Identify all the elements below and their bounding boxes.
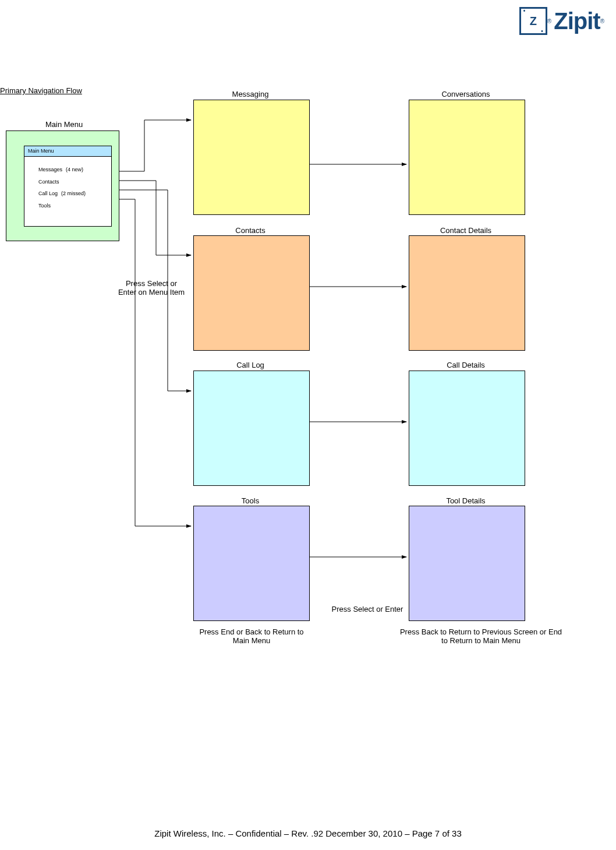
- screen-conversations: [409, 100, 525, 215]
- screen-call-log: [193, 371, 310, 486]
- menu-item-messages: Messages(4 new): [38, 164, 111, 176]
- screen-label-conversations: Conversations: [408, 90, 524, 98]
- main-menu-header: Main Menu: [24, 146, 111, 157]
- screen-messaging: [193, 100, 310, 215]
- caption-select-menu: Press Select or Enter on Menu Item: [116, 279, 186, 297]
- caption-back-main: Press End or Back to Return to Main Menu: [193, 627, 310, 645]
- page: Z ® Zipit ® Primary Navigation Flow Main…: [0, 0, 616, 850]
- logo-mark-icon: Z: [519, 7, 547, 35]
- caption-select-enter: Press Select or Enter: [324, 605, 411, 613]
- menu-item-tools: Tools: [38, 200, 111, 212]
- screen-label-tool-details: Tool Details: [408, 496, 524, 505]
- main-menu-inner: Main Menu Messages(4 new) Contacts Call …: [24, 146, 112, 227]
- registered-icon: ®: [547, 18, 551, 24]
- screen-label-contacts: Contacts: [192, 226, 309, 235]
- footer: Zipit Wireless, Inc. – Confidential – Re…: [0, 828, 616, 838]
- screen-label-messaging: Messaging: [192, 90, 309, 98]
- screen-label-contact-details: Contact Details: [408, 226, 524, 235]
- screen-contact-details: [409, 235, 525, 351]
- screen-label-call-details: Call Details: [408, 361, 524, 369]
- main-menu-box: Main Menu Messages(4 new) Contacts Call …: [6, 131, 119, 241]
- section-title: Primary Navigation Flow: [0, 86, 82, 95]
- registered-icon: ®: [600, 18, 604, 24]
- screen-tools: [193, 506, 310, 621]
- main-menu-list: Messages(4 new) Contacts Call Log(2 miss…: [24, 157, 111, 212]
- screen-contacts: [193, 235, 310, 351]
- menu-item-call-log: Call Log(2 missed): [38, 188, 111, 200]
- logo: Z ® Zipit ®: [519, 7, 604, 35]
- main-menu-title: Main Menu: [45, 120, 83, 129]
- caption-back-prev: Press Back to Return to Previous Screen …: [399, 627, 562, 645]
- logo-text: Zipit: [554, 8, 600, 34]
- screen-label-tools: Tools: [192, 496, 309, 505]
- screen-call-details: [409, 371, 525, 486]
- screen-label-call-log: Call Log: [192, 361, 309, 369]
- menu-item-contacts: Contacts: [38, 176, 111, 188]
- screen-tool-details: [409, 506, 525, 621]
